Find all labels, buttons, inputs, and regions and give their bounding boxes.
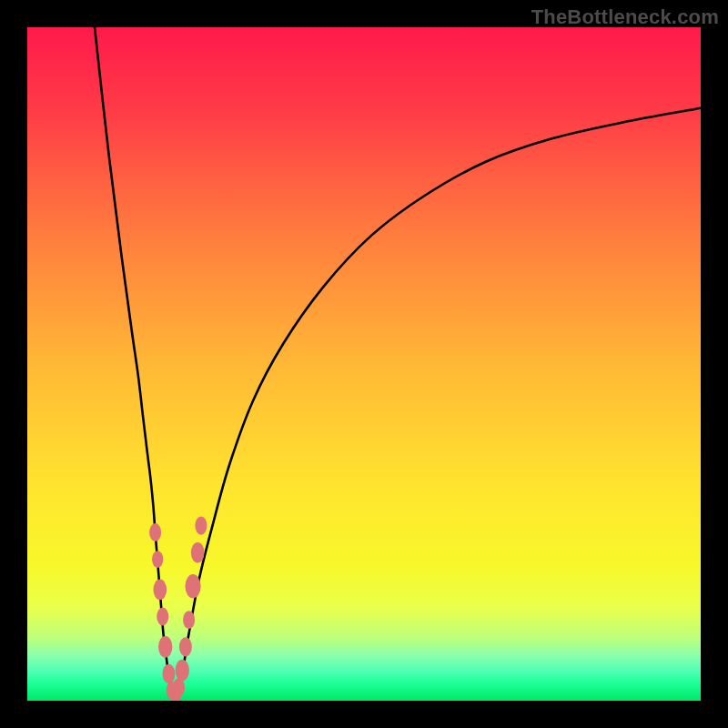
watermark-text: TheBottleneck.com: [531, 5, 719, 29]
marker-dot: [191, 542, 205, 563]
marker-dot: [158, 636, 172, 658]
chart-frame: TheBottleneck.com: [0, 0, 728, 728]
marker-dot: [185, 574, 200, 598]
marker-dot: [149, 523, 161, 541]
marker-dot: [176, 660, 189, 682]
plot-area: [27, 27, 701, 701]
marker-group: [149, 517, 207, 701]
marker-dot: [153, 580, 167, 601]
marker-dot: [179, 637, 192, 656]
marker-dot: [152, 551, 163, 568]
bottleneck-curve: [95, 27, 701, 696]
curve-layer: [27, 27, 701, 701]
marker-dot: [157, 607, 168, 625]
marker-dot: [195, 517, 207, 535]
marker-dot: [162, 664, 175, 683]
marker-dot: [183, 611, 195, 629]
